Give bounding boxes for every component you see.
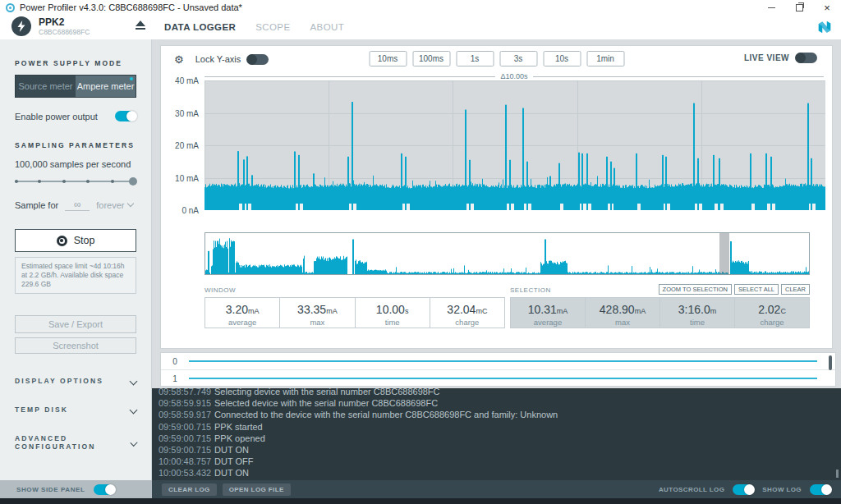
source-meter-button[interactable]: Source meter bbox=[16, 76, 76, 97]
log-entry: 09:59:00.715DUT ON bbox=[159, 444, 841, 456]
autoscroll-log-toggle[interactable] bbox=[733, 484, 754, 495]
device-name: PPK2 bbox=[39, 17, 90, 27]
ytick-10ma: 10 mA bbox=[175, 174, 199, 183]
show-log-label: SHOW LOG bbox=[762, 486, 802, 493]
close-icon: × bbox=[824, 2, 830, 13]
clear-selection-button[interactable]: CLEAR bbox=[781, 284, 810, 295]
window-delta-annotation: Δ10.00s bbox=[205, 72, 824, 80]
selection-time-cell: 3:16.0m time bbox=[659, 297, 735, 328]
nordic-logo bbox=[816, 18, 834, 39]
ytick-30ma: 30 mA bbox=[175, 109, 199, 118]
digital-channel-1: 1 bbox=[161, 369, 835, 387]
window-max-cell: 33.35mA max bbox=[279, 297, 355, 328]
lock-y-axis-label: Lock Y-axis bbox=[195, 54, 241, 64]
minimap-selection-slider[interactable] bbox=[719, 233, 729, 274]
select-all-button[interactable]: SELECT ALL bbox=[734, 284, 779, 295]
log-panel: 09:58:57.749Selecting device with the se… bbox=[152, 388, 841, 480]
app-bar: PPK2 C8BC688698FC DATA LOGGER SCOPE ABOU… bbox=[0, 15, 841, 39]
log-scrollbar[interactable] bbox=[836, 470, 839, 478]
chevron-down-icon bbox=[130, 405, 138, 414]
range-3s-button[interactable]: 3s bbox=[499, 51, 537, 66]
range-100ms-button[interactable]: 100ms bbox=[412, 51, 450, 66]
ppk2-device-icon bbox=[11, 16, 31, 36]
stop-button[interactable]: Stop bbox=[15, 229, 136, 252]
chart-panel: ⚙ Lock Y-axis 10ms 100ms 1s 3s 10s 1min … bbox=[160, 45, 833, 349]
window-stats: WINDOW 3.20mA average 33.35mA max 10.00s… bbox=[205, 286, 505, 328]
eject-icon bbox=[136, 21, 145, 26]
minimap[interactable] bbox=[205, 232, 810, 275]
delta-label: Δ10.00s bbox=[500, 72, 527, 80]
selected-mode-dot bbox=[130, 77, 133, 80]
minimize-button[interactable] bbox=[757, 0, 785, 15]
sample-duration-unit-dropdown[interactable]: forever bbox=[96, 200, 133, 210]
enable-power-output-toggle[interactable] bbox=[115, 111, 136, 121]
show-side-panel-label: SHOW SIDE PANEL bbox=[16, 486, 85, 493]
main-chart: 40 mA 30 mA 20 mA 10 mA 0 nA bbox=[205, 80, 825, 210]
advanced-configuration-section[interactable]: ADVANCED CONFIGURATION bbox=[15, 434, 136, 451]
zoom-to-selection-button[interactable]: ZOOM TO SELECTION bbox=[659, 284, 732, 295]
digital-channel-1-trace bbox=[189, 378, 817, 379]
screenshot-button[interactable]: Screenshot bbox=[15, 337, 136, 354]
slider-thumb[interactable] bbox=[129, 177, 137, 186]
sample-rate-label: 100,000 samples per second bbox=[15, 159, 136, 169]
lock-y-axis-toggle[interactable] bbox=[247, 54, 269, 65]
ampere-meter-button[interactable]: Ampere meter bbox=[76, 76, 136, 97]
show-log-toggle[interactable] bbox=[810, 484, 831, 495]
gear-icon[interactable]: ⚙ bbox=[174, 53, 184, 66]
log-entry: 09:59:00.715PPK opened bbox=[159, 433, 841, 444]
side-panel: POWER SUPPLY MODE Source meter Ampere me… bbox=[0, 39, 152, 480]
device-selector[interactable]: PPK2 C8BC688698FC bbox=[11, 16, 90, 36]
enable-power-output-label: Enable power output bbox=[15, 112, 98, 121]
tab-about[interactable]: ABOUT bbox=[310, 22, 345, 32]
clear-log-button[interactable]: CLEAR LOG bbox=[162, 483, 217, 496]
digital-channels-panel: 0 1 bbox=[160, 352, 836, 387]
chevron-down-icon bbox=[127, 200, 134, 207]
digital-channels-scrollbar[interactable] bbox=[829, 355, 832, 370]
eject-device-button[interactable] bbox=[135, 21, 146, 30]
save-export-button[interactable]: Save / Export bbox=[15, 315, 136, 333]
range-10s-button[interactable]: 10s bbox=[543, 51, 581, 66]
nav-tabs: DATA LOGGER SCOPE ABOUT bbox=[164, 15, 344, 39]
tab-scope[interactable]: SCOPE bbox=[255, 22, 290, 32]
power-supply-mode-group: Source meter Ampere meter bbox=[15, 75, 136, 98]
live-view-label: LIVE VIEW bbox=[744, 53, 789, 62]
stats-row: WINDOW 3.20mA average 33.35mA max 10.00s… bbox=[205, 286, 810, 336]
chevron-down-icon bbox=[130, 377, 138, 385]
window-title: Power Profiler v4.3.0: C8BC688698FC - Un… bbox=[20, 2, 242, 12]
minimap-canvas[interactable] bbox=[205, 233, 809, 274]
side-panel-footer: SHOW SIDE PANEL bbox=[0, 480, 152, 498]
restore-button[interactable] bbox=[785, 0, 813, 15]
log-entry: 09:58:59.917Connected to the device with… bbox=[159, 409, 841, 420]
sampling-parameters-header: SAMPLING PARAMETERS bbox=[15, 141, 136, 149]
chart-toolbar: ⚙ Lock Y-axis 10ms 100ms 1s 3s 10s 1min … bbox=[161, 46, 832, 72]
log-entry: 09:58:57.749Selecting device with the se… bbox=[159, 388, 841, 397]
display-options-section[interactable]: DISPLAY OPTIONS bbox=[15, 377, 136, 385]
window-charge-cell: 32.04mC charge bbox=[430, 297, 505, 328]
autoscroll-log-label: AUTOSCROLL LOG bbox=[659, 486, 724, 493]
log-footer: CLEAR LOG OPEN LOG FILE AUTOSCROLL LOG S… bbox=[152, 480, 841, 498]
open-log-file-button[interactable]: OPEN LOG FILE bbox=[223, 483, 291, 496]
temp-disk-section[interactable]: TEMP DISK bbox=[15, 405, 136, 414]
close-button[interactable]: × bbox=[813, 0, 841, 15]
power-profiler-window: Power Profiler v4.3.0: C8BC688698FC - Un… bbox=[0, 0, 841, 504]
ytick-0na: 0 nA bbox=[182, 206, 199, 215]
selection-max-cell: 428.90mA max bbox=[585, 297, 660, 328]
selection-average-cell: 10.31mA average bbox=[510, 297, 586, 328]
range-1s-button[interactable]: 1s bbox=[456, 51, 494, 66]
sample-rate-slider[interactable] bbox=[15, 177, 136, 186]
restore-icon bbox=[796, 4, 803, 11]
live-view-toggle[interactable] bbox=[796, 53, 817, 63]
range-10ms-button[interactable]: 10ms bbox=[369, 51, 407, 66]
log-entry: 09:58:59.915Selected device with the ser… bbox=[159, 397, 841, 409]
main-chart-canvas[interactable] bbox=[205, 80, 825, 210]
sample-for-label: Sample for bbox=[15, 200, 58, 210]
ytick-40ma: 40 mA bbox=[175, 76, 199, 85]
disk-space-info: Estimated space limit ~4d 10:16h at 2.2 … bbox=[15, 257, 136, 294]
window-bottom-edge bbox=[0, 498, 841, 504]
sample-duration-input[interactable]: ∞ bbox=[65, 199, 90, 211]
range-1min-button[interactable]: 1min bbox=[586, 51, 624, 66]
minimize-icon bbox=[768, 7, 775, 8]
tab-data-logger[interactable]: DATA LOGGER bbox=[164, 22, 236, 32]
log-entry: 10:00:48.757DUT OFF bbox=[159, 456, 841, 467]
show-side-panel-toggle[interactable] bbox=[94, 484, 115, 495]
